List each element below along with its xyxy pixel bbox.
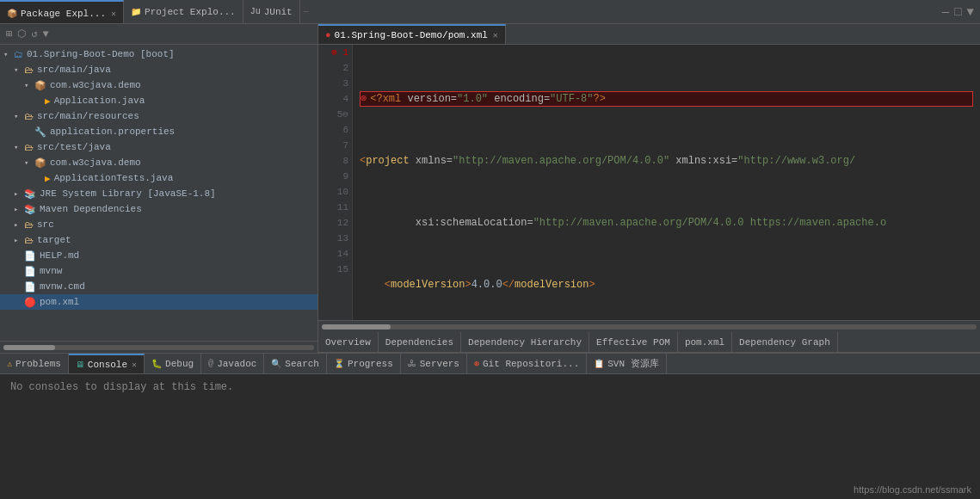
- tree-item-pom-xml[interactable]: 🔴 pom.xml: [0, 294, 317, 310]
- maximize-btn[interactable]: □: [952, 5, 964, 19]
- editor-hscroll-thumb[interactable]: [322, 324, 391, 330]
- tree-item-app-props[interactable]: 🔧 application.properties: [0, 124, 317, 139]
- bottom-tab-bar: ⚠ Problems 🖥 Console ✕ 🐛 Debug @ Javadoc…: [0, 354, 980, 374]
- left-hscroll[interactable]: [0, 341, 317, 353]
- javadoc-icon: @: [208, 359, 213, 368]
- maven-tab-effective-pom[interactable]: Effective POM: [589, 332, 678, 352]
- tab-junit[interactable]: Ju JUnit: [243, 0, 300, 23]
- arrow-target: ▸: [14, 236, 22, 245]
- editor-tab-pom[interactable]: ● 01.Spring-Boot-Demo/pom.xml ✕: [318, 24, 506, 44]
- maven-tab-hierarchy-label: Dependency Hierarchy: [468, 337, 582, 348]
- bottom-tab-debug[interactable]: 🐛 Debug: [145, 354, 201, 373]
- java-icon-tests: ▶: [45, 173, 51, 184]
- maven-tab-dep-hierarchy[interactable]: Dependency Hierarchy: [461, 332, 589, 352]
- tree-item-src[interactable]: ▸ 🗁 src: [0, 217, 317, 232]
- tab-project-explorer[interactable]: 📁 Project Explo...: [124, 0, 243, 23]
- bottom-tab-search[interactable]: 🔍 Search: [264, 354, 327, 373]
- error-gutter-icon: ⊗: [361, 91, 367, 107]
- bottom-tab-svn-label: SVN 资源库: [607, 357, 658, 370]
- tree-item-maven-deps[interactable]: ▸ 📚 Maven Dependencies: [0, 201, 317, 217]
- tree-item-help-md[interactable]: 📄 HELP.md: [0, 248, 317, 263]
- watermark: https://blog.csdn.net/ssmark: [854, 484, 971, 495]
- line-num-12: 12: [322, 215, 348, 231]
- link-editor-btn[interactable]: ⬡: [15, 27, 28, 41]
- tree-item-src-test-java[interactable]: ▾ 🗁 src/test/java: [0, 139, 317, 155]
- package-icon-w3c-test: 📦: [34, 157, 46, 169]
- tree-item-com-w3cjava[interactable]: ▾ 📦 com.w3cjava.demo: [0, 77, 317, 93]
- tree-item-application-java[interactable]: ▶ Application.java: [0, 93, 317, 108]
- code-content[interactable]: ⊗<?xml version="1.0" encoding="UTF-8"?> …: [353, 45, 980, 320]
- problems-icon: ⚠: [7, 359, 12, 369]
- bottom-tab-problems[interactable]: ⚠ Problems: [0, 354, 69, 373]
- editor-tab-bar: ● 01.Spring-Boot-Demo/pom.xml ✕: [318, 24, 980, 45]
- maven-tab-dep-graph[interactable]: Dependency Graph: [732, 332, 838, 352]
- folder-icon-src: 🗁: [24, 219, 34, 231]
- svn-icon: 📋: [594, 359, 604, 369]
- sync-btn[interactable]: ↺: [28, 27, 40, 41]
- editor-hscroll[interactable]: [318, 320, 980, 332]
- tree-label-pom-xml: pom.xml: [40, 297, 79, 307]
- hscroll-thumb[interactable]: [3, 345, 55, 350]
- tree-item-src-main-java[interactable]: ▾ 🗁 src/main/java: [0, 62, 317, 77]
- tree-item-mvnw-cmd[interactable]: 📄 mvnw.cmd: [0, 279, 317, 294]
- minimize-btn[interactable]: —: [940, 5, 952, 19]
- editor-area[interactable]: ⊗ 1 2 3 4 5⊖ 6 7 8 9 10 11 12 13 14 15: [318, 45, 980, 320]
- bottom-tab-javadoc-label: Javadoc: [217, 359, 256, 369]
- package-icon-w3c: 📦: [34, 80, 46, 91]
- project-icon: 🗂: [14, 49, 23, 60]
- arrow-src: ▸: [14, 220, 22, 230]
- layout-btn[interactable]: ▼: [965, 5, 977, 19]
- maven-tab-overview-label: Overview: [325, 337, 371, 348]
- bottom-tab-git-label: Git Repositori...: [483, 359, 579, 369]
- props-icon: 🔧: [34, 126, 46, 138]
- arrow-app-java: [34, 96, 43, 105]
- console-tab-close[interactable]: ✕: [132, 360, 137, 370]
- bottom-tab-console-label: Console: [88, 360, 127, 370]
- debug-icon: 🐛: [151, 359, 162, 369]
- maven-tab-dependencies[interactable]: Dependencies: [379, 332, 461, 352]
- maven-tab-pom-xml[interactable]: pom.xml: [678, 332, 732, 352]
- error-tab-icon: ●: [325, 30, 331, 40]
- maven-tab-overview[interactable]: Overview: [318, 332, 379, 352]
- tree-item-target[interactable]: ▸ 🗁 target: [0, 232, 317, 248]
- line-num-7: 7: [322, 138, 348, 153]
- console-message: No consoles to display at this time.: [10, 381, 233, 393]
- toolbar-menu-btn[interactable]: ▼: [40, 28, 51, 41]
- bottom-tab-servers[interactable]: 🖧 Servers: [401, 354, 467, 373]
- tab-close-package[interactable]: ✕: [111, 9, 116, 19]
- bottom-tab-progress[interactable]: ⏳ Progress: [327, 354, 401, 373]
- main-area: ⊞ ⬡ ↺ ▼ ▾ 🗂 01.Spring-Boot-Demo [boot] ▾…: [0, 24, 980, 353]
- tree-item-src-main-resources[interactable]: ▾ 🗁 src/main/resources: [0, 108, 317, 124]
- tree-item-jre[interactable]: ▸ 📚 JRE System Library [JavaSE-1.8]: [0, 186, 317, 201]
- tree-item-com-w3cjava-test[interactable]: ▾ 📦 com.w3cjava.demo: [0, 155, 317, 170]
- arrow-help: [14, 251, 22, 260]
- tab-package-explorer[interactable]: 📦 Package Expl... ✕: [0, 0, 124, 23]
- tree-item-app-tests[interactable]: ▶ ApplicationTests.java: [0, 170, 317, 186]
- bottom-tab-svn[interactable]: 📋 SVN 资源库: [587, 354, 666, 373]
- bottom-tab-git[interactable]: ⊛ Git Repositori...: [467, 354, 587, 373]
- editor-tab-label: 01.Spring-Boot-Demo/pom.xml: [335, 30, 488, 40]
- arrow-mvnw: [14, 267, 22, 275]
- collapse-all-btn[interactable]: ⊞: [3, 27, 15, 41]
- line-num-2: 2: [322, 60, 348, 76]
- tab-package-label: Package Expl...: [21, 9, 106, 19]
- bottom-tab-search-label: Search: [285, 359, 319, 369]
- line-num-1: ⊗ 1: [322, 45, 348, 60]
- folder-icon-smj: 🗁: [24, 65, 34, 76]
- editor-tab-close[interactable]: ✕: [493, 30, 498, 40]
- line-num-9: 9: [322, 169, 348, 184]
- arrow-tests: [34, 174, 43, 182]
- bottom-tab-javadoc[interactable]: @ Javadoc: [201, 354, 264, 373]
- tree-item-project-root[interactable]: ▾ 🗂 01.Spring-Boot-Demo [boot]: [0, 46, 317, 62]
- line-num-11: 11: [322, 200, 348, 215]
- tree-area[interactable]: ▾ 🗂 01.Spring-Boot-Demo [boot] ▾ 🗁 src/m…: [0, 45, 317, 341]
- xml-icon-pom: 🔴: [24, 297, 36, 308]
- file-icon-mvnw-cmd: 📄: [24, 281, 36, 293]
- line-num-10: 10: [322, 184, 348, 200]
- maven-tab-bar: Overview Dependencies Dependency Hierarc…: [318, 332, 980, 353]
- line-num-13: 13: [322, 231, 348, 246]
- folder-icon-target: 🗁: [24, 235, 34, 246]
- bottom-tab-console[interactable]: 🖥 Console ✕: [69, 354, 145, 373]
- line-numbers: ⊗ 1 2 3 4 5⊖ 6 7 8 9 10 11 12 13 14 15: [318, 45, 353, 320]
- tree-item-mvnw[interactable]: 📄 mvnw: [0, 263, 317, 279]
